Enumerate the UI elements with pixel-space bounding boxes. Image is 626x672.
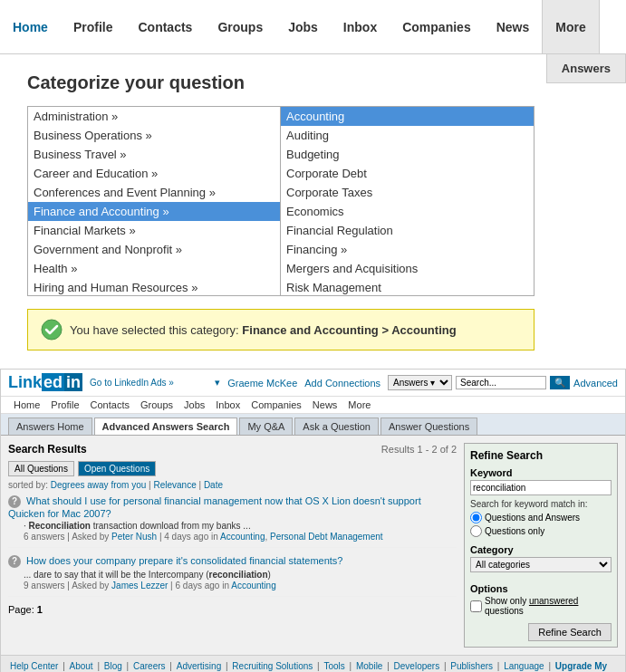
footer-publishers[interactable]: Publishers [450, 661, 493, 671]
radio-questions-and-answers[interactable]: Questions and Answers [470, 512, 612, 523]
author-link[interactable]: Peter Nush [111, 532, 157, 542]
advanced-link[interactable]: Advanced [573, 378, 618, 389]
refine-search-button[interactable]: Refine Search [528, 623, 612, 641]
footer-developers[interactable]: Developers [394, 661, 440, 671]
keyword-input[interactable] [470, 480, 612, 495]
inner-linkedin-page: Linkedin Go to LinkedIn Ads » ▾ Graeme M… [0, 369, 626, 672]
category-item[interactable]: Conferences and Event Planning » [28, 183, 280, 202]
tab-my-qa[interactable]: My Q&A [239, 418, 293, 435]
filter-open-questions[interactable]: Open Questions [78, 461, 156, 476]
subcategory-item[interactable]: Risk Management [281, 278, 534, 295]
sort-degrees[interactable]: Degrees away from you [51, 480, 147, 490]
footer-language[interactable]: Language [504, 661, 544, 671]
category-picker: Administration » Business Operations » B… [27, 106, 535, 296]
user-dropdown-arrow: ▾ [215, 377, 220, 389]
sort-relevance[interactable]: Relevance [153, 480, 196, 490]
nav-contacts[interactable]: Contacts [125, 0, 205, 53]
tab-ask-question[interactable]: Ask a Question [294, 418, 379, 435]
question-icon: ? [8, 555, 21, 568]
filter-all-questions[interactable]: All Questions [8, 461, 74, 476]
subcategory-item[interactable]: Corporate Debt [281, 164, 534, 183]
subcategory-item[interactable]: Economics [281, 202, 534, 221]
subcategory-item[interactable]: Auditing [281, 126, 534, 145]
footer-tools[interactable]: Tools [323, 661, 344, 671]
question-meta: 6 answers | Asked by Peter Nush | 4 days… [24, 532, 457, 542]
sort-date[interactable]: Date [204, 480, 223, 490]
checkbox-unanswered[interactable] [470, 600, 482, 612]
question-link[interactable]: How does your company prepare it's conso… [26, 555, 342, 566]
dropdown-answers[interactable]: Answers [546, 54, 626, 83]
inner-nav-news[interactable]: News [307, 397, 343, 413]
nav-profile[interactable]: Profile [61, 0, 126, 53]
question-link[interactable]: What should I use for personal financial… [8, 495, 421, 519]
footer-advertising[interactable]: Advertising [177, 661, 221, 671]
footer-help-center[interactable]: Help Center [10, 661, 58, 671]
tab-advanced-answers-search[interactable]: Advanced Answers Search [94, 418, 238, 435]
category-item[interactable]: Administration » [28, 107, 280, 126]
tab-answer-questions[interactable]: Answer Questions [380, 418, 477, 435]
category-item[interactable]: Health » [28, 259, 280, 278]
nav-news[interactable]: News [484, 0, 543, 53]
keyword-section: Keyword Search for keyword match in: Que… [470, 467, 612, 537]
subcategory-item[interactable]: Budgeting [281, 145, 534, 164]
category-select[interactable]: All categories [470, 557, 612, 572]
category-link[interactable]: Accounting [231, 581, 275, 590]
nav-groups[interactable]: Groups [205, 0, 275, 53]
inner-nav-inbox[interactable]: Inbox [210, 397, 246, 413]
author-link[interactable]: James Lezzer [111, 581, 168, 590]
category-item[interactable]: Financial Markets » [28, 221, 280, 240]
nav-companies[interactable]: Companies [390, 0, 483, 53]
footer-recruiting[interactable]: Recruiting Solutions [232, 661, 313, 671]
subcategory-item[interactable]: Mergers and Acquisitions [281, 259, 534, 278]
subcategory-item[interactable]: Financial Regulation [281, 221, 534, 240]
footer-mobile[interactable]: Mobile [356, 661, 382, 671]
results-title: Search Results [8, 443, 87, 456]
category-item-selected[interactable]: Finance and Accounting » [28, 202, 280, 221]
category-item[interactable]: Government and Nonprofit » [28, 240, 280, 259]
search-input[interactable] [456, 376, 546, 389]
page-number: 1 [37, 604, 43, 615]
user-name[interactable]: Graeme McKee [227, 378, 297, 389]
radio-input-qa[interactable] [470, 512, 482, 523]
inner-nav-jobs[interactable]: Jobs [178, 397, 210, 413]
nav-jobs[interactable]: Jobs [275, 0, 331, 53]
category-list[interactable]: Administration » Business Operations » B… [28, 107, 281, 295]
subcategory-item[interactable]: Corporate Taxes [281, 183, 534, 202]
inner-nav-profile[interactable]: Profile [45, 397, 84, 413]
selection-notice: You have selected this category: Finance… [27, 309, 535, 350]
search-button[interactable]: 🔍 [550, 376, 570, 389]
subcategory-item[interactable]: Financing » [281, 240, 534, 259]
unanswered-checkbox[interactable]: Show only unanswered questions [470, 596, 612, 616]
inner-nav-more[interactable]: More [342, 397, 376, 413]
nav-more[interactable]: More [542, 0, 599, 53]
search-type-select[interactable]: Answers ▾ [388, 375, 452, 390]
inner-nav-home[interactable]: Home [8, 397, 45, 413]
nav-inbox[interactable]: Inbox [331, 0, 390, 53]
subcategory-item-selected[interactable]: Accounting [281, 107, 534, 126]
category-link2[interactable]: Personal Debt Management [270, 532, 383, 542]
category-item[interactable]: Business Operations » [28, 126, 280, 145]
category-item[interactable]: Business Travel » [28, 145, 280, 164]
inner-footer: Help Center | About | Blog | Careers | A… [1, 655, 625, 672]
subcategory-list[interactable]: Accounting Auditing Budgeting Corporate … [281, 107, 534, 295]
category-item[interactable]: Career and Education » [28, 164, 280, 183]
question-title-row: ? What should I use for personal financi… [8, 495, 457, 519]
results-count: Results 1 - 2 of 2 [381, 444, 457, 455]
add-connections-link[interactable]: Add Connections [304, 378, 380, 389]
inner-top-bar-right: ▾ Graeme McKee Add Connections Answers ▾… [215, 375, 618, 390]
radio-input-q[interactable] [470, 525, 482, 537]
question-excerpt: · Reconciliation transaction download fr… [24, 521, 457, 531]
nav-home[interactable]: Home [0, 0, 61, 53]
category-item[interactable]: Hiring and Human Resources » [28, 278, 280, 295]
category-link[interactable]: Accounting [220, 532, 265, 542]
tab-answers-home[interactable]: Answers Home [8, 418, 92, 435]
inner-nav-contacts[interactable]: Contacts [85, 397, 135, 413]
inner-nav-companies[interactable]: Companies [246, 397, 307, 413]
footer-about[interactable]: About [70, 661, 93, 671]
inner-nav-groups[interactable]: Groups [135, 397, 178, 413]
ads-link[interactable]: Go to LinkedIn Ads » [90, 378, 174, 388]
radio-questions-only[interactable]: Questions only [470, 525, 612, 537]
question-item: ? What should I use for personal financi… [8, 495, 457, 548]
footer-blog[interactable]: Blog [104, 661, 122, 671]
footer-careers[interactable]: Careers [133, 661, 166, 671]
